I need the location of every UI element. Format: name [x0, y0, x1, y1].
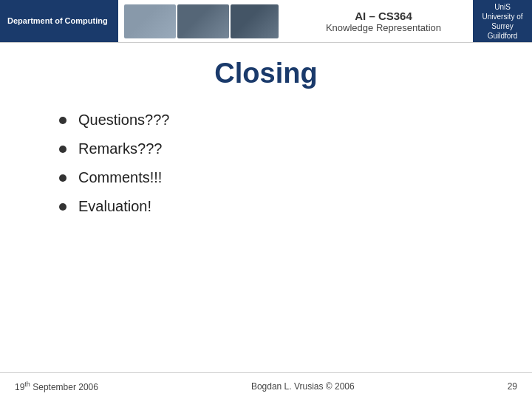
list-item-text: Remarks???	[78, 140, 162, 157]
bullet-dot	[59, 146, 66, 153]
bullet-list: Questions??? Remarks??? Comments!!! Eval…	[37, 112, 495, 215]
footer-page-number: 29	[508, 381, 517, 392]
bullet-dot	[59, 117, 66, 124]
footer: 19th September 2006 Bogdan L. Vrusias © …	[0, 372, 532, 399]
slide-title: Closing	[37, 58, 495, 89]
bullet-dot	[59, 174, 66, 182]
list-item: Remarks???	[59, 140, 495, 157]
header-image-3	[231, 4, 279, 38]
header-title-block: AI – CS364 Knowledge Representation	[294, 0, 473, 42]
header-image-2	[177, 4, 229, 38]
footer-date: 19th September 2006	[15, 381, 98, 392]
header-images	[118, 0, 294, 42]
date-superscript: th	[24, 381, 30, 388]
list-item: Questions???	[59, 112, 495, 129]
list-item: Comments!!!	[59, 169, 495, 186]
list-item-text: Questions???	[78, 112, 169, 129]
list-item-text: Evaluation!	[78, 198, 151, 215]
dept-label: Department of Computing	[7, 16, 108, 26]
bullet-dot	[59, 203, 66, 211]
header-image-1	[124, 4, 176, 38]
course-subtitle: Knowledge Representation	[326, 22, 441, 33]
list-item: Evaluation!	[59, 198, 495, 215]
list-item-text: Comments!!!	[78, 169, 162, 186]
dept-block: Department of Computing	[0, 0, 118, 42]
header: Department of Computing AI – CS364 Knowl…	[0, 0, 532, 43]
university-label: UniSUniversity of SurreyGuildford	[476, 2, 529, 41]
university-block: UniSUniversity of SurreyGuildford	[473, 0, 532, 42]
course-title: AI – CS364	[355, 10, 412, 22]
footer-copyright: Bogdan L. Vrusias © 2006	[251, 381, 355, 392]
main-content: Closing Questions??? Remarks??? Comments…	[0, 43, 532, 242]
